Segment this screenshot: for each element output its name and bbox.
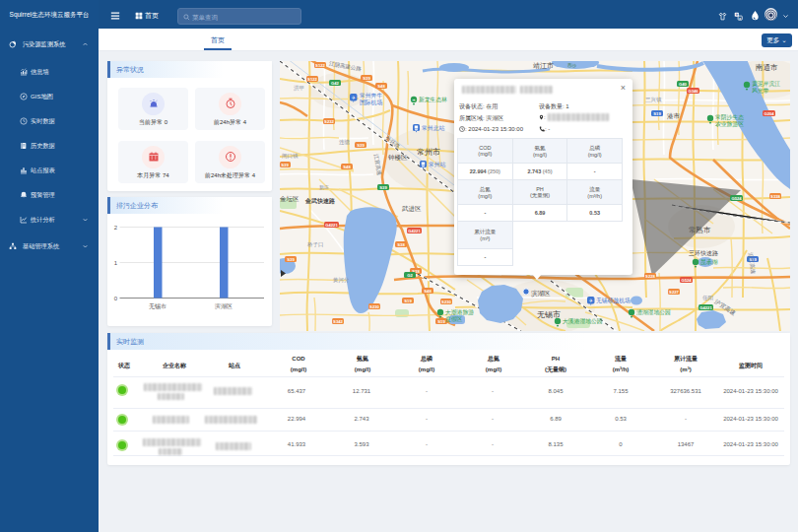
svg-text:无锡市: 无锡市 <box>149 302 166 310</box>
svg-text:连塘: 连塘 <box>339 139 351 146</box>
svg-text:S48: S48 <box>424 289 432 294</box>
svg-text:G524: G524 <box>681 278 692 283</box>
svg-text:国际机场: 国际机场 <box>360 99 382 106</box>
svg-text:S230: S230 <box>441 299 451 304</box>
svg-text:无锡市: 无锡市 <box>537 310 561 319</box>
svg-text:G346: G346 <box>688 89 698 94</box>
svg-text:风光带: 风光带 <box>752 88 769 95</box>
svg-text:S232: S232 <box>324 119 334 124</box>
svg-text:S48: S48 <box>377 84 385 89</box>
svg-text:1: 1 <box>114 260 118 266</box>
svg-text:农业旅游区: 农业旅游区 <box>715 120 744 128</box>
svg-text:G4221: G4221 <box>699 305 712 310</box>
svg-text:G42: G42 <box>331 81 340 86</box>
svg-text:常州北站: 常州北站 <box>422 125 444 132</box>
svg-text:金武快速路: 金武快速路 <box>304 197 336 205</box>
svg-text:靖江市: 靖江市 <box>533 61 554 70</box>
svg-text:钟楼区: 钟楼区 <box>387 154 408 161</box>
svg-text:G4221: G4221 <box>325 223 338 228</box>
svg-text:S39: S39 <box>287 257 295 262</box>
svg-text:2: 2 <box>114 225 118 231</box>
svg-text:G524: G524 <box>731 196 742 201</box>
svg-text:G2: G2 <box>407 273 413 278</box>
svg-text:S39: S39 <box>363 76 370 81</box>
svg-text:任阳: 任阳 <box>702 295 713 301</box>
svg-text:滨湖区: 滨湖区 <box>531 290 551 298</box>
svg-text:S39: S39 <box>357 143 365 148</box>
svg-text:常州市: 常州市 <box>417 148 440 157</box>
svg-text:❧: ❧ <box>412 98 416 102</box>
svg-text:金坛区: 金坛区 <box>280 195 299 202</box>
svg-text:度假区: 度假区 <box>445 315 463 323</box>
svg-text:S39: S39 <box>281 163 289 167</box>
svg-text:黄河分: 黄河分 <box>333 277 350 284</box>
svg-text:三兴镇: 三兴镇 <box>645 97 662 102</box>
svg-text:S122: S122 <box>307 77 317 82</box>
svg-text:港市: 港市 <box>667 112 681 120</box>
svg-text:常州奔牛: 常州奔牛 <box>360 93 382 99</box>
svg-text:南通市: 南通市 <box>755 63 778 72</box>
svg-text:漕湖湿地公园: 漕湖湿地公园 <box>636 308 671 316</box>
svg-text:昆承湖: 昆承湖 <box>700 258 718 266</box>
svg-text:江宜高速: 江宜高速 <box>372 154 383 176</box>
svg-text:S122: S122 <box>315 63 325 68</box>
svg-text:S48: S48 <box>343 165 351 169</box>
svg-text:G4221: G4221 <box>408 229 421 233</box>
svg-text:S342: S342 <box>333 319 343 324</box>
svg-text:S19: S19 <box>653 111 661 116</box>
svg-text:新龙生态林: 新龙生态林 <box>419 97 447 102</box>
svg-text:桥子口: 桥子口 <box>306 241 324 248</box>
svg-text:S19: S19 <box>404 299 412 303</box>
svg-text:大溪港湿地公园: 大溪港湿地公园 <box>563 317 603 325</box>
svg-text:新庄: 新庄 <box>319 184 329 190</box>
svg-text:无锡硕放机场: 无锡硕放机场 <box>596 297 631 304</box>
svg-text:S39: S39 <box>379 185 387 190</box>
svg-text:0: 0 <box>114 296 118 301</box>
svg-text:S228: S228 <box>645 274 655 279</box>
svg-text:沿江高速: 沿江高速 <box>747 252 757 275</box>
svg-text:滨湖区: 滨湖区 <box>215 302 233 309</box>
svg-text:西沙: 西沙 <box>567 62 577 68</box>
svg-text:✈: ✈ <box>352 95 356 100</box>
svg-text:洪甲: 洪甲 <box>294 85 304 92</box>
svg-text:G40: G40 <box>679 82 688 87</box>
svg-text:S338: S338 <box>770 194 780 199</box>
svg-text:常州站: 常州站 <box>429 162 446 168</box>
svg-text:三环快速路: 三环快速路 <box>689 250 718 257</box>
svg-text:✈: ✈ <box>589 298 593 303</box>
svg-text:G204: G204 <box>764 111 774 116</box>
svg-text:武进区: 武进区 <box>401 205 422 213</box>
svg-text:常熟市: 常熟市 <box>689 226 711 234</box>
svg-text:S38: S38 <box>397 242 405 247</box>
svg-text:S230: S230 <box>369 304 379 309</box>
svg-text:S227: S227 <box>669 290 679 295</box>
svg-text:闸口镇: 闸口镇 <box>282 153 299 160</box>
